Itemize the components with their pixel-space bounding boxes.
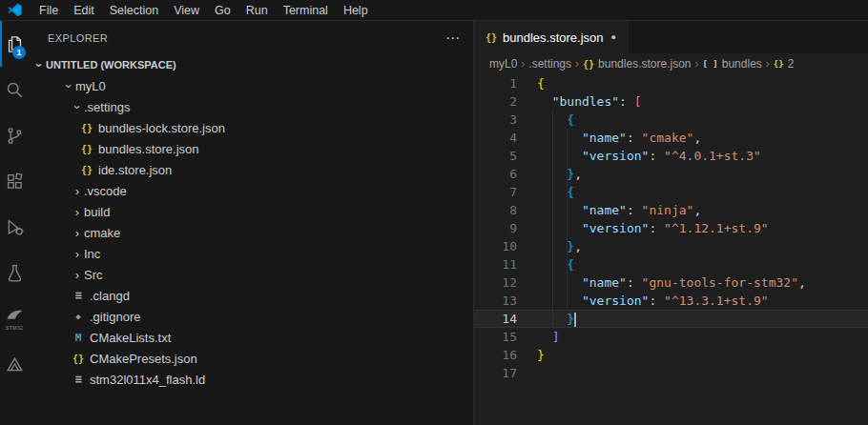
- line-number: 12: [474, 273, 517, 292]
- code-token: [537, 112, 567, 127]
- breadcrumb-label: myL0: [489, 57, 517, 71]
- text-file-icon: ≡: [71, 373, 86, 386]
- code-line[interactable]: 5 "version": "^4.0.1+st.3": [474, 147, 868, 165]
- menu-terminal[interactable]: Terminal: [276, 2, 336, 19]
- more-actions-button[interactable]: ⋯: [445, 30, 460, 45]
- code-line[interactable]: 15 ]: [474, 328, 868, 346]
- line-number: 14: [474, 310, 517, 328]
- tree-item-bundles-lock.store.json[interactable]: {}bundles-lock.store.json: [29, 117, 473, 138]
- tree-item-myl0[interactable]: ›myL0: [29, 75, 473, 96]
- activity-item-source-control[interactable]: [0, 112, 29, 158]
- tree-item-src[interactable]: ›Src: [29, 264, 473, 285]
- activity-item-run-debug[interactable]: [0, 204, 29, 250]
- code-token: [537, 185, 567, 199]
- code-token: [537, 293, 582, 308]
- breadcrumb-item-bundles[interactable]: [ ]bundles: [703, 57, 762, 71]
- code-line[interactable]: 9 "version": "^1.12.1+st.9": [474, 219, 868, 237]
- code-line[interactable]: 4 "name": "cmake",: [474, 129, 868, 147]
- line-content: "bundles": [: [517, 92, 642, 111]
- tree-item-build[interactable]: ›build: [29, 201, 473, 222]
- code-token: :: [627, 275, 642, 290]
- activity-bar: 1: [0, 21, 29, 425]
- menu-file[interactable]: File: [31, 2, 66, 19]
- line-content: }: [517, 346, 545, 364]
- line-content: {: [517, 111, 574, 129]
- code-token: {: [567, 257, 574, 272]
- activity-item-stm32[interactable]: STM32: [0, 295, 29, 341]
- code-line[interactable]: 16}: [474, 346, 868, 364]
- tree-item-cmake[interactable]: ›cmake: [29, 222, 473, 243]
- object-symbol-icon: {}: [774, 59, 784, 69]
- chevron-right-icon: ›: [575, 57, 579, 71]
- activity-item-st-tool[interactable]: [0, 341, 29, 387]
- activity-item-search[interactable]: [0, 67, 29, 112]
- tree-item-.clangd[interactable]: ≡.clangd: [29, 285, 473, 306]
- activity-item-testing[interactable]: [0, 250, 29, 295]
- tree-item-.vscode[interactable]: ›.vscode: [29, 180, 473, 201]
- code-token: "name": [582, 203, 627, 217]
- code-line[interactable]: 2 "bundles": [: [474, 92, 868, 111]
- code-line[interactable]: 1{: [474, 74, 868, 92]
- tree-item-.gitignore[interactable]: ◆.gitignore: [29, 306, 473, 327]
- menu-edit[interactable]: Edit: [66, 2, 102, 19]
- activity-item-explorer[interactable]: 1: [0, 21, 29, 67]
- code-token: {: [537, 76, 545, 91]
- code-line[interactable]: 10 },: [474, 237, 868, 255]
- code-token: :: [619, 94, 634, 109]
- chevron-right-icon: ›: [71, 226, 84, 240]
- code-line[interactable]: 13 "version": "^13.3.1+st.9": [474, 292, 868, 310]
- code-token: "version": [582, 149, 649, 163]
- chevron-right-icon: ›: [71, 268, 84, 282]
- code-token: [537, 149, 582, 163]
- tree-item-cmakelists.txt[interactable]: MCMakeLists.txt: [29, 327, 473, 348]
- breadcrumb-item-.settings[interactable]: .settings: [528, 57, 571, 71]
- code-token: "bundles": [552, 94, 619, 109]
- code-line[interactable]: 8 "name": "ninja",: [474, 201, 868, 219]
- modified-dot-icon[interactable]: ●: [611, 32, 616, 42]
- tree-item-label: ide.store.json: [98, 163, 172, 177]
- code-line[interactable]: 12 "name": "gnu-tools-for-stm32",: [474, 273, 868, 292]
- breadcrumb-item-bundles.store.json[interactable]: {}bundles.store.json: [583, 57, 691, 71]
- breadcrumb-item-myl0[interactable]: myL0: [489, 57, 517, 71]
- tree-item-cmakepresets.json[interactable]: {}CMakePresets.json: [29, 348, 473, 369]
- tree-item-.settings[interactable]: ›.settings: [29, 96, 473, 117]
- tree-item-label: Src: [84, 268, 103, 282]
- activity-item-extensions[interactable]: [0, 158, 29, 204]
- menu-go[interactable]: Go: [207, 2, 238, 19]
- line-content: {: [517, 74, 545, 92]
- code-line[interactable]: 3 {: [474, 111, 868, 129]
- code-line[interactable]: 17: [474, 364, 868, 382]
- code-token: }: [567, 167, 574, 181]
- workspace-header[interactable]: › UNTITLED (WORKSPACE): [29, 54, 473, 75]
- line-number: 8: [474, 201, 517, 219]
- code-line[interactable]: 14 }: [474, 310, 868, 328]
- breadcrumb: myL0›.settings›{}bundles.store.json›[ ]b…: [474, 53, 868, 74]
- menu-help[interactable]: Help: [336, 2, 376, 19]
- tree-item-stm32l011x4_flash.ld[interactable]: ≡stm32l011x4_flash.ld: [29, 369, 473, 390]
- menu-view[interactable]: View: [166, 2, 207, 19]
- menu-selection[interactable]: Selection: [102, 2, 166, 19]
- menu-run[interactable]: Run: [238, 2, 276, 19]
- code-token: "name": [582, 131, 627, 145]
- breadcrumb-item-2[interactable]: {}2: [774, 57, 795, 71]
- run-debug-icon: [6, 218, 24, 236]
- tree-item-ide.store.json[interactable]: {}ide.store.json: [29, 159, 473, 180]
- tab-bundles-store-json[interactable]: {} bundles.store.json ●: [474, 21, 629, 53]
- sidebar-title: EXPLORER: [48, 32, 445, 44]
- code-area[interactable]: 1{2 "bundles": [3 {4 "name": "cmake",5 "…: [474, 74, 868, 425]
- code-token: {: [567, 185, 574, 199]
- tree-item-label: .clangd: [90, 289, 130, 303]
- code-line[interactable]: 11 {: [474, 255, 868, 273]
- code-token: [537, 221, 582, 235]
- vscode-window: FileEditSelectionViewGoRunTerminalHelp 1: [0, 0, 868, 425]
- tree-item-inc[interactable]: ›Inc: [29, 243, 473, 264]
- line-content: "name": "gnu-tools-for-stm32",: [517, 273, 806, 292]
- tree-item-bundles.store.json[interactable]: {}bundles.store.json: [29, 138, 473, 159]
- stm32-bird-icon: [6, 306, 24, 324]
- code-line[interactable]: 6 },: [474, 165, 868, 183]
- extensions-icon: [6, 172, 24, 191]
- code-line[interactable]: 7 {: [474, 183, 868, 201]
- code-token: [537, 257, 567, 272]
- line-content: ]: [517, 328, 559, 346]
- code-token: }: [567, 239, 574, 253]
